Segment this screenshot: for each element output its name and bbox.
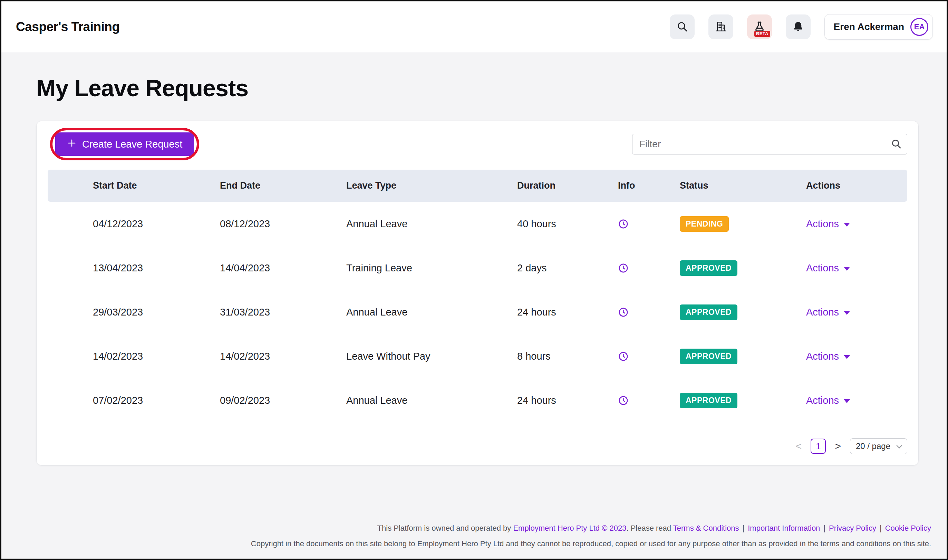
footer-separator: | xyxy=(743,524,745,532)
column-header-info: Info xyxy=(618,180,680,191)
column-header-actions: Actions xyxy=(806,180,907,191)
topbar-actions: BETA Eren Ackerman EA xyxy=(670,14,933,40)
cell-duration: 2 days xyxy=(517,262,618,274)
cell-start-date: 29/03/2023 xyxy=(93,306,220,318)
clock-icon[interactable] xyxy=(618,395,628,406)
status-badge: APPROVED xyxy=(680,260,737,276)
cell-leave-type: Annual Leave xyxy=(346,218,517,230)
footer-separator: | xyxy=(823,524,826,532)
cell-start-date: 14/02/2023 xyxy=(93,351,220,362)
footer-separator: | xyxy=(880,524,882,532)
notifications-button[interactable] xyxy=(786,14,811,39)
footer-line1: This Platform is owned and operated by E… xyxy=(17,522,931,534)
create-leave-request-button[interactable]: Create Leave Request xyxy=(55,132,194,156)
cell-status: APPROVED xyxy=(680,349,806,364)
cell-duration: 40 hours xyxy=(517,218,618,230)
search-button[interactable] xyxy=(670,14,695,39)
table-row: 04/12/2023 08/12/2023 Annual Leave 40 ho… xyxy=(48,202,907,246)
footer-link-important-information[interactable]: Important Information xyxy=(748,524,820,532)
table-row: 29/03/2023 31/03/2023 Annual Leave 24 ho… xyxy=(48,290,907,334)
plus-icon xyxy=(67,138,77,150)
chevron-down-icon xyxy=(844,355,850,359)
pagination-next[interactable]: > xyxy=(835,440,841,452)
chevron-down-icon xyxy=(844,399,850,403)
leave-requests-card: Create Leave Request Start Date End Date… xyxy=(36,121,919,466)
cell-start-date: 04/12/2023 xyxy=(93,218,220,230)
clock-icon[interactable] xyxy=(618,218,628,229)
status-badge: APPROVED xyxy=(680,393,737,408)
status-badge: APPROVED xyxy=(680,305,737,320)
footer-link-cookie-policy[interactable]: Cookie Policy xyxy=(885,524,931,532)
table-row: 14/02/2023 14/02/2023 Leave Without Pay … xyxy=(48,334,907,378)
footer-copyright: Copyright in the documents on this site … xyxy=(17,538,931,549)
actions-menu-trigger[interactable]: Actions xyxy=(806,395,907,406)
cell-status: APPROVED xyxy=(680,305,806,320)
app-window: Casper's Training xyxy=(0,0,948,560)
column-header-leave-type: Leave Type xyxy=(346,180,517,191)
clock-icon[interactable] xyxy=(618,307,628,318)
footer-link-privacy-policy[interactable]: Privacy Policy xyxy=(829,524,876,532)
column-header-duration: Duration xyxy=(517,180,618,191)
chevron-down-icon xyxy=(844,311,850,315)
cell-end-date: 31/03/2023 xyxy=(220,306,346,318)
cell-info xyxy=(618,307,680,318)
actions-label: Actions xyxy=(806,218,839,230)
cell-end-date: 08/12/2023 xyxy=(220,218,346,230)
pagination: < 1 > 20 / page xyxy=(48,438,907,454)
beta-features-button[interactable]: BETA xyxy=(747,14,772,39)
create-leave-request-label: Create Leave Request xyxy=(82,138,182,150)
pagination-page-1[interactable]: 1 xyxy=(811,438,826,454)
clock-icon[interactable] xyxy=(618,351,628,362)
table-row: 07/02/2023 09/02/2023 Annual Leave 24 ho… xyxy=(48,378,907,422)
footer: This Platform is owned and operated by E… xyxy=(2,522,946,549)
building-icon xyxy=(715,21,727,34)
filter-input[interactable] xyxy=(632,134,907,154)
actions-label: Actions xyxy=(806,395,839,406)
page-size-select[interactable]: 20 / page xyxy=(850,438,907,454)
search-icon xyxy=(676,21,688,34)
app-title: Casper's Training xyxy=(16,20,120,34)
cell-end-date: 14/04/2023 xyxy=(220,262,346,274)
cell-end-date: 09/02/2023 xyxy=(220,395,346,406)
chevron-down-icon xyxy=(844,223,850,226)
status-badge: PENDING xyxy=(680,216,729,232)
page-title: My Leave Requests xyxy=(36,74,946,102)
bell-icon xyxy=(792,21,804,34)
actions-menu-trigger[interactable]: Actions xyxy=(806,351,907,362)
user-menu[interactable]: Eren Ackerman EA xyxy=(824,14,933,40)
search-icon xyxy=(891,138,902,151)
pagination-prev[interactable]: < xyxy=(796,440,802,452)
filter xyxy=(632,134,907,154)
cell-status: PENDING xyxy=(680,216,806,232)
avatar: EA xyxy=(910,18,928,36)
cell-duration: 24 hours xyxy=(517,306,618,318)
cell-start-date: 13/04/2023 xyxy=(93,262,220,274)
card-toolbar: Create Leave Request xyxy=(48,132,907,156)
actions-menu-trigger[interactable]: Actions xyxy=(806,218,907,230)
column-header-end-date: End Date xyxy=(220,180,346,191)
column-header-start-date: Start Date xyxy=(93,180,220,191)
footer-link-terms[interactable]: Terms & Conditions xyxy=(673,524,739,532)
cell-duration: 8 hours xyxy=(517,351,618,362)
cell-leave-type: Annual Leave xyxy=(346,395,517,406)
footer-text-owned: This Platform is owned and operated by xyxy=(377,524,513,532)
column-header-status: Status xyxy=(680,180,806,191)
cell-leave-type: Leave Without Pay xyxy=(346,351,517,362)
table-body: 04/12/2023 08/12/2023 Annual Leave 40 ho… xyxy=(48,202,907,422)
actions-menu-trigger[interactable]: Actions xyxy=(806,306,907,318)
cell-status: APPROVED xyxy=(680,260,806,276)
actions-label: Actions xyxy=(806,351,839,362)
cell-start-date: 07/02/2023 xyxy=(93,395,220,406)
page-size-value: 20 / page xyxy=(856,442,890,451)
table-row: 13/04/2023 14/04/2023 Training Leave 2 d… xyxy=(48,246,907,290)
footer-link-company[interactable]: Employment Hero Pty Ltd © 2023 xyxy=(513,524,626,532)
user-name: Eren Ackerman xyxy=(834,22,904,32)
actions-menu-trigger[interactable]: Actions xyxy=(806,262,907,274)
table-header: Start Date End Date Leave Type Duration … xyxy=(48,170,907,202)
clock-icon[interactable] xyxy=(618,263,628,274)
cell-info xyxy=(618,395,680,406)
organisation-button[interactable] xyxy=(709,14,733,39)
cell-info xyxy=(618,351,680,362)
cell-info xyxy=(618,218,680,229)
chevron-down-icon xyxy=(844,267,850,271)
